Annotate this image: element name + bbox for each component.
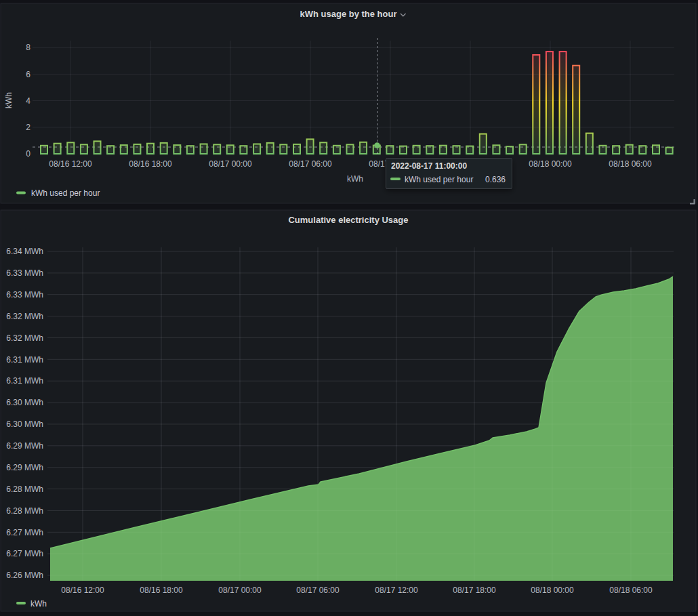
svg-text:08/17 06:00: 08/17 06:00 <box>289 159 332 169</box>
svg-text:kWh: kWh <box>4 92 14 108</box>
svg-text:0.636: 0.636 <box>485 175 506 184</box>
svg-text:6.32 MWh: 6.32 MWh <box>6 333 43 343</box>
svg-text:08/16 18:00: 08/16 18:00 <box>129 159 172 169</box>
svg-text:2: 2 <box>26 123 30 132</box>
svg-text:6.33 MWh: 6.33 MWh <box>6 290 43 300</box>
svg-text:4: 4 <box>26 96 30 106</box>
svg-text:08/16 18:00: 08/16 18:00 <box>140 586 183 595</box>
svg-text:6.30 MWh: 6.30 MWh <box>6 398 43 407</box>
svg-text:kWh: kWh <box>30 599 47 609</box>
svg-text:kWh used per hour: kWh used per hour <box>31 188 100 198</box>
svg-text:08/17 00:00: 08/17 00:00 <box>218 586 262 595</box>
svg-text:08/16 12:00: 08/16 12:00 <box>61 586 104 595</box>
svg-text:08/18 00:00: 08/18 00:00 <box>529 159 572 169</box>
svg-text:08/16 12:00: 08/16 12:00 <box>49 159 92 169</box>
svg-text:08/17 00:00: 08/17 00:00 <box>209 159 252 169</box>
svg-text:6.33 MWh: 6.33 MWh <box>6 268 43 278</box>
svg-text:8: 8 <box>26 43 30 52</box>
svg-text:08/18 00:00: 08/18 00:00 <box>531 586 574 595</box>
svg-text:kWh: kWh <box>347 174 363 184</box>
svg-text:6.29 MWh: 6.29 MWh <box>6 463 43 472</box>
svg-text:08/17 12:00: 08/17 12:00 <box>375 586 418 595</box>
svg-text:6.28 MWh: 6.28 MWh <box>6 506 43 516</box>
svg-text:2022-08-17 11:00:00: 2022-08-17 11:00:00 <box>391 161 467 171</box>
svg-text:kWh usage by the hour: kWh usage by the hour <box>300 9 396 19</box>
svg-text:08/18 06:00: 08/18 06:00 <box>609 159 652 169</box>
svg-text:6.29 MWh: 6.29 MWh <box>6 441 43 451</box>
svg-text:6.32 MWh: 6.32 MWh <box>6 312 43 321</box>
svg-text:6.31 MWh: 6.31 MWh <box>6 355 43 365</box>
svg-text:08/17 18:00: 08/17 18:00 <box>453 586 496 595</box>
svg-text:6.28 MWh: 6.28 MWh <box>6 485 43 494</box>
svg-text:6.27 MWh: 6.27 MWh <box>6 528 43 537</box>
svg-text:6.34 MWh: 6.34 MWh <box>6 247 43 256</box>
svg-text:6.26 MWh: 6.26 MWh <box>6 571 43 580</box>
svg-text:0: 0 <box>26 149 30 159</box>
svg-text:Cumulative electricity Usage: Cumulative electricity Usage <box>288 215 408 225</box>
svg-text:6.31 MWh: 6.31 MWh <box>6 376 43 386</box>
svg-text:6.30 MWh: 6.30 MWh <box>6 419 43 429</box>
svg-text:6.27 MWh: 6.27 MWh <box>6 549 43 558</box>
svg-text:08/18 06:00: 08/18 06:00 <box>609 586 653 595</box>
svg-text:kWh used per hour: kWh used per hour <box>405 175 473 184</box>
svg-text:6: 6 <box>26 70 30 79</box>
svg-text:08/17 06:00: 08/17 06:00 <box>296 586 340 595</box>
